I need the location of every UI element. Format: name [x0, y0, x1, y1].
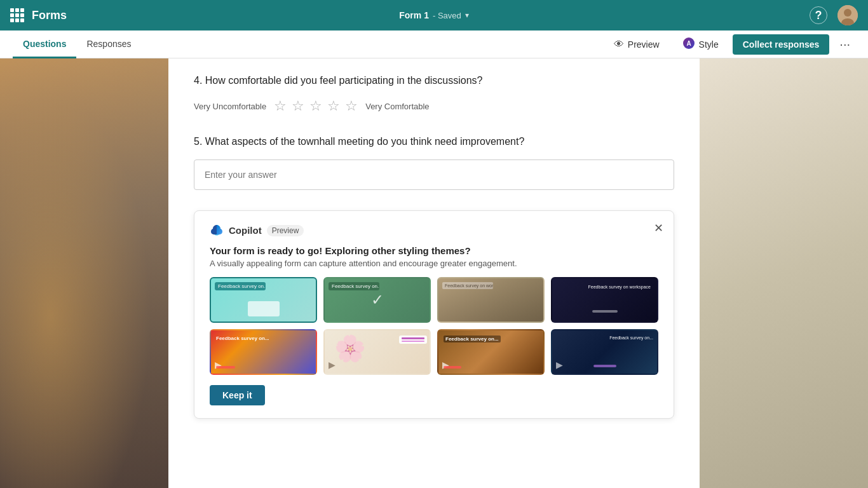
tabs-right-actions: 👁 Preview A Style Collect responses ··· — [605, 33, 855, 55]
theme-8-bar — [593, 365, 616, 367]
theme-6-card — [399, 336, 427, 344]
theme-3-label: Feedback survey on workspace — [442, 282, 493, 289]
theme-thumb-1[interactable]: Feedback survey on... — [210, 277, 317, 323]
check-icon: ✓ — [371, 291, 384, 309]
saved-status: - Saved — [433, 11, 461, 20]
form-name[interactable]: Form 1 — [399, 10, 429, 20]
answer-input[interactable] — [194, 159, 674, 190]
theme-thumb-4[interactable]: Feedback survey on workspace — [551, 277, 658, 323]
theme-5-bar — [216, 366, 235, 369]
help-button[interactable]: ? — [810, 6, 827, 24]
theme-5-label: Feedback survey on... — [216, 336, 269, 341]
copilot-close-button[interactable]: ✕ — [654, 221, 663, 235]
main-area: 4. How comfortable did you feel particip… — [0, 58, 868, 488]
star-4[interactable]: ☆ — [327, 98, 340, 114]
preview-button[interactable]: 👁 Preview — [605, 35, 668, 54]
theme-thumb-7[interactable]: ▶ Feedback survey on... — [437, 329, 545, 375]
copilot-logo-icon — [210, 224, 224, 238]
star-1[interactable]: ☆ — [274, 98, 287, 114]
tab-responses[interactable]: Responses — [76, 30, 141, 58]
chevron-down-icon[interactable]: ▾ — [465, 11, 469, 20]
theme-thumb-3[interactable]: Feedback survey on workspace — [437, 277, 545, 323]
theme-thumb-8[interactable]: ▶ Feedback survey on... — [551, 329, 658, 375]
more-options-button[interactable]: ··· — [834, 34, 855, 54]
q4-stars: ☆ ☆ ☆ ☆ ☆ — [274, 98, 358, 114]
theme-2-label: Feedback survey on... — [329, 282, 379, 290]
question-5-block: 5. What aspects of the townhall meeting … — [194, 135, 674, 189]
theme-4-label: Feedback survey on workspace — [586, 283, 653, 290]
app-header: Forms Form 1 - Saved ▾ ? — [0, 0, 868, 30]
svg-text:A: A — [686, 40, 691, 47]
app-title: Forms — [32, 9, 67, 22]
star-5[interactable]: ☆ — [345, 98, 358, 114]
play-icon-6: ▶ — [329, 360, 336, 370]
theme-6-line1 — [402, 337, 424, 339]
theme-7-bar — [444, 366, 461, 369]
background-left — [0, 58, 168, 488]
bg-right-image — [700, 58, 868, 488]
style-icon: A — [682, 37, 695, 51]
tabs-bar: Questions Responses 👁 Preview A Style Co… — [0, 30, 868, 58]
header-right: ? — [810, 5, 858, 25]
waffle-menu[interactable] — [10, 8, 24, 22]
collect-responses-button[interactable]: Collect responses — [733, 34, 830, 55]
bg-left-image — [0, 58, 168, 488]
q4-rating-left: Very Uncomfortable — [194, 102, 266, 111]
question-5-label: 5. What aspects of the townhall meeting … — [194, 135, 674, 149]
theme-8-label: Feedback survey on... — [609, 336, 653, 340]
question-4-rating-row: Very Uncomfortable ☆ ☆ ☆ ☆ ☆ Very Comfor… — [194, 98, 674, 114]
copilot-header: Copilot Preview — [210, 224, 658, 238]
theme-4-bar — [592, 310, 618, 313]
star-3[interactable]: ☆ — [309, 98, 322, 114]
themes-grid: Feedback survey on... Feedback survey on… — [210, 277, 658, 375]
preview-icon: 👁 — [614, 39, 624, 50]
theme-thumb-6[interactable]: ▶ — [323, 329, 431, 375]
svg-point-1 — [844, 9, 851, 17]
keep-it-button[interactable]: Keep it — [210, 385, 265, 405]
theme-thumb-5[interactable]: ▶ Feedback survey on... — [210, 329, 317, 375]
copilot-subtext: A visually appealing form can capture at… — [210, 259, 658, 268]
theme-1-card — [248, 301, 280, 316]
copilot-heading: Your form is ready to go! Exploring othe… — [210, 245, 658, 256]
form-content: 4. How comfortable did you feel particip… — [168, 58, 700, 488]
style-button[interactable]: A Style — [674, 33, 728, 55]
copilot-panel: Copilot Preview ✕ Your form is ready to … — [194, 210, 674, 419]
play-icon-8: ▶ — [556, 360, 563, 370]
copilot-preview-badge: Preview — [267, 225, 304, 236]
star-2[interactable]: ☆ — [292, 98, 304, 114]
copilot-title: Copilot — [229, 225, 262, 236]
tab-questions[interactable]: Questions — [13, 30, 76, 58]
q4-rating-right: Very Comfortable — [365, 102, 429, 111]
theme-7-label: Feedback survey on... — [444, 336, 501, 342]
header-center: Form 1 - Saved ▾ — [399, 10, 469, 20]
theme-thumb-2[interactable]: Feedback survey on... ✓ — [323, 277, 431, 323]
question-4-label: 4. How comfortable did you feel particip… — [194, 74, 674, 88]
question-4-block: 4. How comfortable did you feel particip… — [194, 74, 674, 114]
background-right — [700, 58, 868, 488]
theme-1-label: Feedback survey on... — [215, 282, 266, 290]
avatar[interactable] — [837, 5, 858, 25]
theme-6-line2 — [402, 341, 424, 342]
